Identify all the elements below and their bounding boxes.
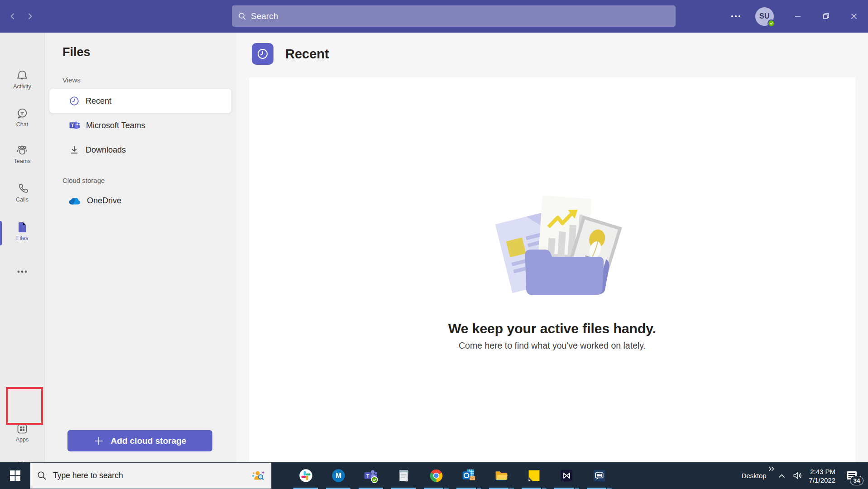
download-icon [69,144,80,155]
clock-date: 7/1/2022 [809,476,835,484]
page-title: Recent [285,47,329,62]
search-icon [238,12,247,21]
sidebar-item-chat[interactable]: Chat [0,107,44,128]
notification-count-badge: 34 [850,476,863,485]
sidebar-item-files[interactable]: Files [0,221,44,241]
search-input[interactable] [251,11,649,21]
speaker-icon[interactable] [790,462,806,489]
files-view-label: Microsoft Teams [86,121,145,130]
double-chevron-icon[interactable] [768,466,775,472]
back-arrow-icon[interactable] [5,8,21,24]
sidebar-item-teams[interactable]: Teams [0,144,44,164]
main-content: Recent [236,33,868,462]
taskbar-pinned-apps: M T [289,462,615,489]
taskbar-app-notepad[interactable] [387,462,420,489]
close-button[interactable] [840,0,868,33]
taskbar-app-teams[interactable]: T [355,462,387,489]
onedrive-cloud-icon [69,197,81,205]
taskbar-app-slack[interactable] [289,462,322,489]
sidebar-item-label: Calls [16,197,29,203]
sidebar-item-activity[interactable]: Activity [0,69,44,90]
sidebar-item-label: Apps [16,436,29,443]
action-center-button[interactable]: 34 [840,462,864,489]
empty-files-illustration [481,185,623,299]
taskbar-app-video-chat[interactable] [583,462,615,489]
more-apps-icon[interactable] [0,270,44,273]
taskbar-app-chrome[interactable] [420,462,452,489]
sidebar-item-label: Activity [13,83,31,90]
empty-state: We keep your active files handy. Come he… [249,185,855,351]
taskbar-search-input[interactable] [53,471,202,480]
minimize-button[interactable] [784,0,812,33]
taskbar-app-file-explorer[interactable] [485,462,518,489]
start-button[interactable] [0,462,30,489]
taskbar-app-outlook[interactable] [452,462,485,489]
app-rail: Activity Chat Teams Cal [0,33,44,462]
empty-state-heading: We keep your active files handy. [249,321,855,336]
teams-search-bar[interactable] [232,5,676,27]
files-view-microsoft-teams[interactable]: T Microsoft Teams [49,113,231,138]
cloud-storage-heading: Cloud storage [62,177,105,184]
taskbar-search-box[interactable] [30,462,272,489]
files-view-recent[interactable]: Recent [49,89,231,113]
files-view-label: Recent [86,96,111,106]
more-options-icon[interactable] [723,0,749,33]
desktop-label: Desktop [742,472,767,479]
sidebar-item-calls[interactable]: Calls [0,182,44,203]
clock-time: 2:43 PM [809,467,835,476]
taskbar-app-miro[interactable] [550,462,583,489]
teams-titlebar: SU [0,0,868,33]
views-heading: Views [62,76,81,84]
apps-grid-icon [15,422,29,436]
forward-arrow-icon[interactable] [22,8,38,24]
desktop-toolbar[interactable]: Desktop [737,472,774,479]
taskbar-clock[interactable]: 2:43 PM 7/1/2022 [809,467,835,484]
cloud-item-onedrive[interactable]: OneDrive [49,188,231,213]
files-view-downloads[interactable]: Downloads [49,138,231,162]
files-panel: Files Views Recent T Microsoft Teams Dow… [44,33,236,462]
clock-icon [69,96,80,106]
svg-text:T: T [71,123,74,128]
restore-button[interactable] [812,0,840,33]
svg-text:T: T [366,473,369,478]
selected-rail-indicator [0,221,2,245]
sidebar-item-label: Teams [14,158,31,164]
taskbar-app-sticky-notes[interactable] [518,462,550,489]
bell-icon [15,69,29,82]
sidebar-item-label: Chat [16,121,28,128]
file-icon [15,221,29,234]
search-icon [37,470,47,481]
profile-avatar[interactable]: SU [755,7,774,26]
show-hidden-icons-chevron[interactable] [774,462,790,489]
taskbar-app-mural[interactable]: M [322,462,355,489]
empty-state-subtext: Come here to find what you've worked on … [249,340,855,351]
recent-files-card: We keep your active files handy. Come he… [249,77,855,462]
chat-bubble-icon [15,107,29,120]
search-highlights-icon[interactable] [251,469,265,483]
svg-text:M: M [336,472,341,479]
teams-people-icon [15,144,29,157]
microsoft-teams-logo-icon: T [69,120,80,131]
add-cloud-storage-label: Add cloud storage [111,436,187,446]
files-view-label: Downloads [86,145,126,155]
sidebar-item-apps[interactable]: Apps [0,422,44,443]
add-cloud-storage-button[interactable]: Add cloud storage [67,430,212,451]
panel-title: Files [62,45,91,59]
windows-taskbar: M T [0,462,868,489]
plus-icon [94,436,104,446]
cloud-item-label: OneDrive [87,196,121,206]
phone-icon [15,182,29,196]
presence-available-icon [767,19,775,27]
recent-clock-tile-icon [252,43,273,65]
sidebar-item-label: Files [16,235,28,241]
